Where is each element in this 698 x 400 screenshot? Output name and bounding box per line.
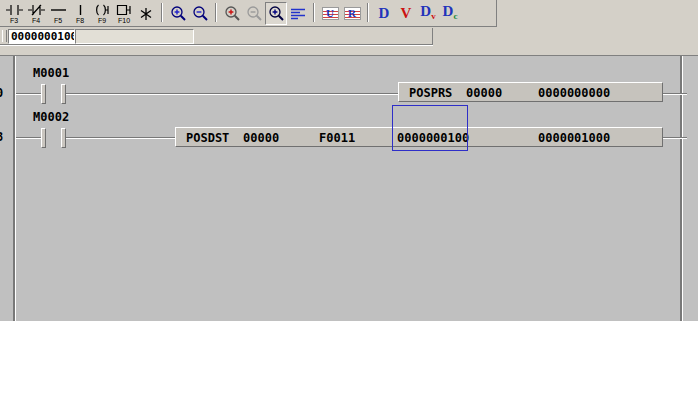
grid-r-icon: R — [344, 7, 361, 20]
contact-m0001[interactable] — [41, 84, 46, 104]
zoom-in-alt-button[interactable] — [221, 2, 243, 25]
letter-dv-icon: Dv — [420, 4, 435, 24]
zoom-select-icon — [268, 5, 285, 22]
contact-nc-icon — [28, 4, 45, 16]
toolbar-separator — [313, 3, 315, 22]
contact-no-button[interactable]: F3 — [3, 2, 25, 25]
wire-segment — [66, 137, 175, 139]
toolbar-grip[interactable] — [2, 30, 7, 42]
horizontal-line-button[interactable]: F5 — [47, 2, 69, 25]
rung-number: 0 — [0, 86, 3, 100]
zoom-out-disabled-icon — [246, 5, 263, 22]
asterisk-icon — [138, 7, 154, 21]
grid-u-icon: U — [322, 7, 339, 20]
key-label: F5 — [54, 17, 62, 24]
letter-v-icon: V — [401, 6, 412, 21]
secondary-field[interactable] — [75, 29, 194, 44]
data-dc-button[interactable]: Dc — [439, 2, 461, 25]
ladder-view[interactable]: 0 M0001 POSPRS 00000 0000000000 8 M0002 … — [0, 55, 698, 321]
plc-ladder-editor: { "colors": { "chrome_bg": "#d4d0c8", "l… — [0, 0, 698, 400]
wire-segment — [16, 137, 41, 139]
comment-lines-button[interactable] — [287, 2, 309, 25]
zoom-in-icon — [170, 5, 187, 22]
rung-number: 8 — [0, 130, 3, 144]
key-label: F10 — [118, 17, 130, 24]
address-toolbar — [0, 28, 433, 45]
letter-d-icon: D — [379, 6, 390, 21]
block-operand: 00000 — [243, 131, 279, 145]
coil-button[interactable]: F9 — [91, 2, 113, 25]
zoom-in-button[interactable] — [167, 2, 189, 25]
toolbar-area: F3 F4 F5 F8 F9 — [0, 0, 698, 55]
toolbar-separator — [215, 3, 217, 22]
block-operand: F0011 — [319, 131, 355, 145]
zoom-in-red-icon — [224, 5, 241, 22]
horizontal-line-icon — [50, 4, 67, 16]
wire-segment — [16, 93, 41, 95]
selection-cursor — [392, 105, 468, 151]
right-power-rail — [680, 56, 683, 321]
contact-m0002[interactable] — [41, 128, 46, 148]
toolbar-separator — [161, 3, 163, 22]
main-toolbar: F3 F4 F5 F8 F9 — [0, 0, 497, 27]
key-label: F3 — [10, 17, 18, 24]
contact-label: M0001 — [33, 66, 69, 80]
data-v-button[interactable]: V — [395, 2, 417, 25]
coil-icon — [93, 4, 111, 16]
branch-node-button[interactable] — [135, 2, 157, 25]
data-dv-button[interactable]: Dv — [417, 2, 439, 25]
grid-r-button[interactable]: R — [341, 2, 363, 25]
text-lines-icon — [290, 7, 306, 21]
wire-segment — [663, 137, 687, 139]
wire-segment — [66, 93, 398, 95]
block-operand: 0000001000 — [538, 131, 610, 145]
vertical-line-icon — [72, 4, 89, 16]
instruction-block-posprs[interactable]: POSPRS 00000 0000000000 — [398, 82, 663, 102]
wire-segment — [663, 93, 687, 95]
zoom-out-icon — [192, 5, 209, 22]
grid-u-button[interactable]: U — [319, 2, 341, 25]
data-d-button[interactable]: D — [373, 2, 395, 25]
block-operand: 0000000000 — [538, 86, 610, 100]
key-label: F9 — [98, 17, 106, 24]
zoom-out-alt-button[interactable] — [243, 2, 265, 25]
zoom-select-button[interactable] — [265, 2, 287, 25]
address-input[interactable] — [8, 29, 75, 44]
block-operand: 00000 — [466, 86, 502, 100]
block-instruction: POSPRS — [409, 86, 452, 100]
zoom-out-button[interactable] — [189, 2, 211, 25]
vertical-line-button[interactable]: F8 — [69, 2, 91, 25]
letter-dc-icon: Dc — [443, 4, 458, 24]
function-block-icon — [115, 4, 133, 16]
contact-label: M0002 — [33, 110, 69, 124]
block-instruction: POSDST — [186, 131, 229, 145]
contact-nc-button[interactable]: F4 — [25, 2, 47, 25]
key-label: F4 — [32, 17, 40, 24]
key-label: F8 — [76, 17, 84, 24]
left-power-rail — [13, 56, 16, 321]
toolbar-separator — [367, 3, 369, 22]
contact-no-icon — [6, 4, 23, 16]
function-block-button[interactable]: F10 — [113, 2, 135, 25]
